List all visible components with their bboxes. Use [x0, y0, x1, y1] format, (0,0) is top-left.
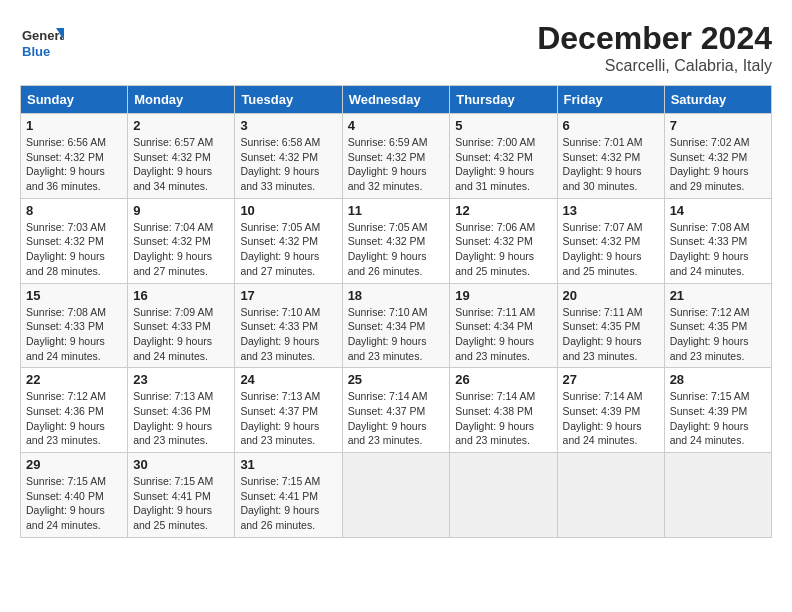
calendar-day-3: 3 Sunrise: 6:58 AMSunset: 4:32 PMDayligh… [235, 114, 342, 199]
day-number: 5 [455, 118, 551, 133]
calendar-day-15: 15 Sunrise: 7:08 AMSunset: 4:33 PMDaylig… [21, 283, 128, 368]
calendar-day-6: 6 Sunrise: 7:01 AMSunset: 4:32 PMDayligh… [557, 114, 664, 199]
day-number: 29 [26, 457, 122, 472]
header-tuesday: Tuesday [235, 86, 342, 114]
header-wednesday: Wednesday [342, 86, 450, 114]
calendar-day-25: 25 Sunrise: 7:14 AMSunset: 4:37 PMDaylig… [342, 368, 450, 453]
day-number: 30 [133, 457, 229, 472]
calendar-day-28: 28 Sunrise: 7:15 AMSunset: 4:39 PMDaylig… [664, 368, 771, 453]
day-info: Sunrise: 7:13 AMSunset: 4:36 PMDaylight:… [133, 389, 229, 448]
day-info: Sunrise: 7:11 AMSunset: 4:35 PMDaylight:… [563, 305, 659, 364]
day-info: Sunrise: 7:07 AMSunset: 4:32 PMDaylight:… [563, 220, 659, 279]
calendar-week-row: 29 Sunrise: 7:15 AMSunset: 4:40 PMDaylig… [21, 453, 772, 538]
svg-text:Blue: Blue [22, 44, 50, 59]
day-info: Sunrise: 7:00 AMSunset: 4:32 PMDaylight:… [455, 135, 551, 194]
day-info: Sunrise: 7:05 AMSunset: 4:32 PMDaylight:… [240, 220, 336, 279]
day-info: Sunrise: 7:15 AMSunset: 4:41 PMDaylight:… [133, 474, 229, 533]
day-number: 25 [348, 372, 445, 387]
day-info: Sunrise: 7:04 AMSunset: 4:32 PMDaylight:… [133, 220, 229, 279]
day-info: Sunrise: 7:10 AMSunset: 4:33 PMDaylight:… [240, 305, 336, 364]
weekday-header-row: Sunday Monday Tuesday Wednesday Thursday… [21, 86, 772, 114]
day-number: 14 [670, 203, 766, 218]
day-number: 23 [133, 372, 229, 387]
day-number: 10 [240, 203, 336, 218]
logo-icon: General Blue [20, 20, 64, 64]
day-info: Sunrise: 7:14 AMSunset: 4:39 PMDaylight:… [563, 389, 659, 448]
calendar-day-14: 14 Sunrise: 7:08 AMSunset: 4:33 PMDaylig… [664, 198, 771, 283]
header-saturday: Saturday [664, 86, 771, 114]
day-number: 19 [455, 288, 551, 303]
day-info: Sunrise: 6:57 AMSunset: 4:32 PMDaylight:… [133, 135, 229, 194]
day-info: Sunrise: 7:13 AMSunset: 4:37 PMDaylight:… [240, 389, 336, 448]
calendar-subtitle: Scarcelli, Calabria, Italy [537, 57, 772, 75]
empty-cell [450, 453, 557, 538]
day-number: 28 [670, 372, 766, 387]
calendar-week-row: 1 Sunrise: 6:56 AMSunset: 4:32 PMDayligh… [21, 114, 772, 199]
calendar-day-11: 11 Sunrise: 7:05 AMSunset: 4:32 PMDaylig… [342, 198, 450, 283]
empty-cell [664, 453, 771, 538]
day-info: Sunrise: 7:02 AMSunset: 4:32 PMDaylight:… [670, 135, 766, 194]
calendar-day-30: 30 Sunrise: 7:15 AMSunset: 4:41 PMDaylig… [128, 453, 235, 538]
calendar-table: Sunday Monday Tuesday Wednesday Thursday… [20, 85, 772, 538]
day-info: Sunrise: 7:11 AMSunset: 4:34 PMDaylight:… [455, 305, 551, 364]
day-number: 31 [240, 457, 336, 472]
day-number: 13 [563, 203, 659, 218]
day-info: Sunrise: 7:03 AMSunset: 4:32 PMDaylight:… [26, 220, 122, 279]
day-info: Sunrise: 7:08 AMSunset: 4:33 PMDaylight:… [26, 305, 122, 364]
calendar-week-row: 8 Sunrise: 7:03 AMSunset: 4:32 PMDayligh… [21, 198, 772, 283]
day-info: Sunrise: 7:12 AMSunset: 4:36 PMDaylight:… [26, 389, 122, 448]
calendar-day-8: 8 Sunrise: 7:03 AMSunset: 4:32 PMDayligh… [21, 198, 128, 283]
calendar-day-12: 12 Sunrise: 7:06 AMSunset: 4:32 PMDaylig… [450, 198, 557, 283]
calendar-week-row: 22 Sunrise: 7:12 AMSunset: 4:36 PMDaylig… [21, 368, 772, 453]
day-number: 4 [348, 118, 445, 133]
day-info: Sunrise: 7:14 AMSunset: 4:38 PMDaylight:… [455, 389, 551, 448]
day-number: 16 [133, 288, 229, 303]
calendar-day-17: 17 Sunrise: 7:10 AMSunset: 4:33 PMDaylig… [235, 283, 342, 368]
day-number: 2 [133, 118, 229, 133]
day-info: Sunrise: 7:12 AMSunset: 4:35 PMDaylight:… [670, 305, 766, 364]
empty-cell [557, 453, 664, 538]
calendar-day-18: 18 Sunrise: 7:10 AMSunset: 4:34 PMDaylig… [342, 283, 450, 368]
day-number: 11 [348, 203, 445, 218]
header-thursday: Thursday [450, 86, 557, 114]
day-info: Sunrise: 7:15 AMSunset: 4:40 PMDaylight:… [26, 474, 122, 533]
day-info: Sunrise: 6:58 AMSunset: 4:32 PMDaylight:… [240, 135, 336, 194]
calendar-day-1: 1 Sunrise: 6:56 AMSunset: 4:32 PMDayligh… [21, 114, 128, 199]
calendar-day-2: 2 Sunrise: 6:57 AMSunset: 4:32 PMDayligh… [128, 114, 235, 199]
day-number: 27 [563, 372, 659, 387]
header-friday: Friday [557, 86, 664, 114]
calendar-day-23: 23 Sunrise: 7:13 AMSunset: 4:36 PMDaylig… [128, 368, 235, 453]
day-number: 17 [240, 288, 336, 303]
day-info: Sunrise: 6:56 AMSunset: 4:32 PMDaylight:… [26, 135, 122, 194]
calendar-day-26: 26 Sunrise: 7:14 AMSunset: 4:38 PMDaylig… [450, 368, 557, 453]
day-number: 21 [670, 288, 766, 303]
day-info: Sunrise: 7:14 AMSunset: 4:37 PMDaylight:… [348, 389, 445, 448]
logo: General Blue [20, 20, 68, 64]
header-monday: Monday [128, 86, 235, 114]
calendar-day-20: 20 Sunrise: 7:11 AMSunset: 4:35 PMDaylig… [557, 283, 664, 368]
title-block: December 2024 Scarcelli, Calabria, Italy [537, 20, 772, 75]
day-number: 15 [26, 288, 122, 303]
calendar-body: 1 Sunrise: 6:56 AMSunset: 4:32 PMDayligh… [21, 114, 772, 538]
day-info: Sunrise: 7:10 AMSunset: 4:34 PMDaylight:… [348, 305, 445, 364]
calendar-day-7: 7 Sunrise: 7:02 AMSunset: 4:32 PMDayligh… [664, 114, 771, 199]
calendar-day-13: 13 Sunrise: 7:07 AMSunset: 4:32 PMDaylig… [557, 198, 664, 283]
day-number: 26 [455, 372, 551, 387]
day-info: Sunrise: 7:09 AMSunset: 4:33 PMDaylight:… [133, 305, 229, 364]
day-number: 7 [670, 118, 766, 133]
calendar-day-27: 27 Sunrise: 7:14 AMSunset: 4:39 PMDaylig… [557, 368, 664, 453]
calendar-week-row: 15 Sunrise: 7:08 AMSunset: 4:33 PMDaylig… [21, 283, 772, 368]
day-info: Sunrise: 7:05 AMSunset: 4:32 PMDaylight:… [348, 220, 445, 279]
calendar-day-16: 16 Sunrise: 7:09 AMSunset: 4:33 PMDaylig… [128, 283, 235, 368]
day-number: 12 [455, 203, 551, 218]
day-info: Sunrise: 7:15 AMSunset: 4:39 PMDaylight:… [670, 389, 766, 448]
empty-cell [342, 453, 450, 538]
calendar-day-9: 9 Sunrise: 7:04 AMSunset: 4:32 PMDayligh… [128, 198, 235, 283]
day-info: Sunrise: 7:08 AMSunset: 4:33 PMDaylight:… [670, 220, 766, 279]
calendar-day-31: 31 Sunrise: 7:15 AMSunset: 4:41 PMDaylig… [235, 453, 342, 538]
day-number: 18 [348, 288, 445, 303]
day-number: 3 [240, 118, 336, 133]
day-number: 20 [563, 288, 659, 303]
page-header: General Blue December 2024 Scarcelli, Ca… [20, 20, 772, 75]
calendar-day-29: 29 Sunrise: 7:15 AMSunset: 4:40 PMDaylig… [21, 453, 128, 538]
